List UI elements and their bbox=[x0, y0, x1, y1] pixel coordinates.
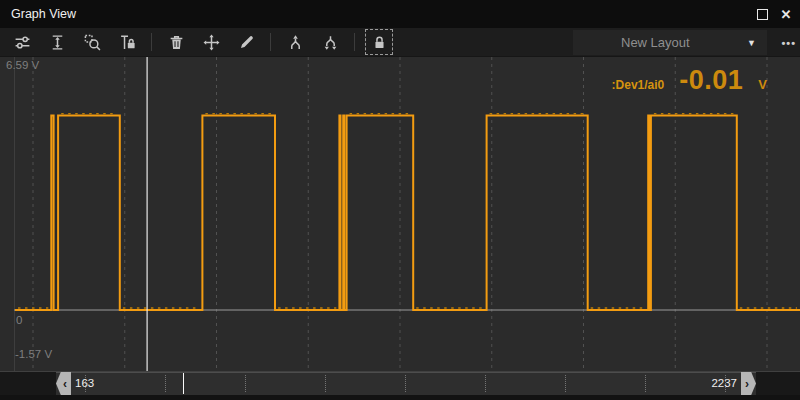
plot-area[interactable]: 6.59 V 0 -1.57 V :Dev1/ai0 -0.01 V bbox=[0, 57, 800, 371]
scrollbar-tick bbox=[405, 375, 406, 392]
delete-button[interactable] bbox=[162, 29, 190, 55]
scrollbar-tick bbox=[645, 375, 646, 392]
cursor-value-readout: -0.01 bbox=[679, 65, 743, 96]
sliders-icon bbox=[14, 34, 31, 51]
zoom-region-icon bbox=[84, 34, 101, 51]
overview-scrollbar[interactable]: ‹ › 163 2237 bbox=[0, 371, 800, 395]
scrollbar-tick bbox=[165, 375, 166, 392]
scrollbar-position-indicator bbox=[183, 373, 184, 394]
layout-selector-label: New Layout bbox=[621, 35, 690, 50]
maximize-button[interactable] bbox=[750, 0, 774, 28]
cursor-lock-icon bbox=[119, 34, 136, 51]
toolbar-separator bbox=[354, 33, 355, 51]
waveform-canvas[interactable] bbox=[0, 57, 800, 371]
window-bottom-edge bbox=[0, 395, 800, 400]
pan-button[interactable] bbox=[197, 29, 225, 55]
lock-icon bbox=[371, 34, 388, 51]
cursor-value-unit: V bbox=[758, 77, 767, 92]
scrollbar-tick bbox=[485, 375, 486, 392]
sliders-button[interactable] bbox=[8, 29, 36, 55]
graph-view-window: Graph View ✕ bbox=[0, 0, 800, 400]
legend-channel-name[interactable]: :Dev1/ai0 bbox=[612, 78, 665, 92]
scrollbar-tick bbox=[325, 375, 326, 392]
pencil-icon bbox=[238, 34, 255, 51]
close-button[interactable]: ✕ bbox=[774, 0, 798, 28]
maximize-icon bbox=[757, 9, 768, 20]
trace-noise bbox=[18, 114, 797, 308]
toolbar-separator bbox=[270, 33, 271, 51]
legend[interactable]: :Dev1/ai0 -0.01 V bbox=[612, 65, 767, 96]
toolbar-separator bbox=[151, 33, 152, 51]
lock-layout-button[interactable] bbox=[365, 29, 393, 55]
gridlines bbox=[33, 57, 767, 371]
autoscale-y-button[interactable] bbox=[43, 29, 71, 55]
split-plots-button[interactable] bbox=[316, 29, 344, 55]
edit-button[interactable] bbox=[232, 29, 260, 55]
titlebar: Graph View ✕ bbox=[0, 0, 800, 28]
scrollbar-start-value: 163 bbox=[75, 372, 94, 395]
y-min-label: -1.57 V bbox=[15, 348, 52, 360]
y-zero-label: 0 bbox=[16, 314, 22, 326]
scrollbar-thumb[interactable] bbox=[56, 372, 756, 395]
trash-icon bbox=[168, 34, 185, 51]
signal-trace bbox=[15, 116, 800, 310]
cursor-lock-button[interactable] bbox=[113, 29, 141, 55]
window-title: Graph View bbox=[11, 0, 76, 28]
chevron-down-icon: ▼ bbox=[747, 38, 756, 48]
pan-icon bbox=[203, 34, 220, 51]
scrollbar-end-value: 2237 bbox=[711, 372, 737, 395]
more-options-button[interactable]: ••• bbox=[781, 30, 796, 55]
toolbar: New Layout ▼ ••• bbox=[0, 28, 800, 57]
close-icon: ✕ bbox=[781, 7, 792, 22]
y-max-label: 6.59 V bbox=[6, 59, 39, 71]
scrollbar-tick bbox=[245, 375, 246, 392]
layout-selector[interactable]: New Layout ▼ bbox=[573, 30, 767, 55]
merge-plots-icon bbox=[287, 34, 304, 51]
split-plots-icon bbox=[322, 34, 339, 51]
merge-plots-button[interactable] bbox=[281, 29, 309, 55]
ellipsis-icon: ••• bbox=[781, 37, 796, 49]
zoom-region-button[interactable] bbox=[78, 29, 106, 55]
scrollbar-tick bbox=[565, 375, 566, 392]
autoscale-y-icon bbox=[49, 34, 66, 51]
